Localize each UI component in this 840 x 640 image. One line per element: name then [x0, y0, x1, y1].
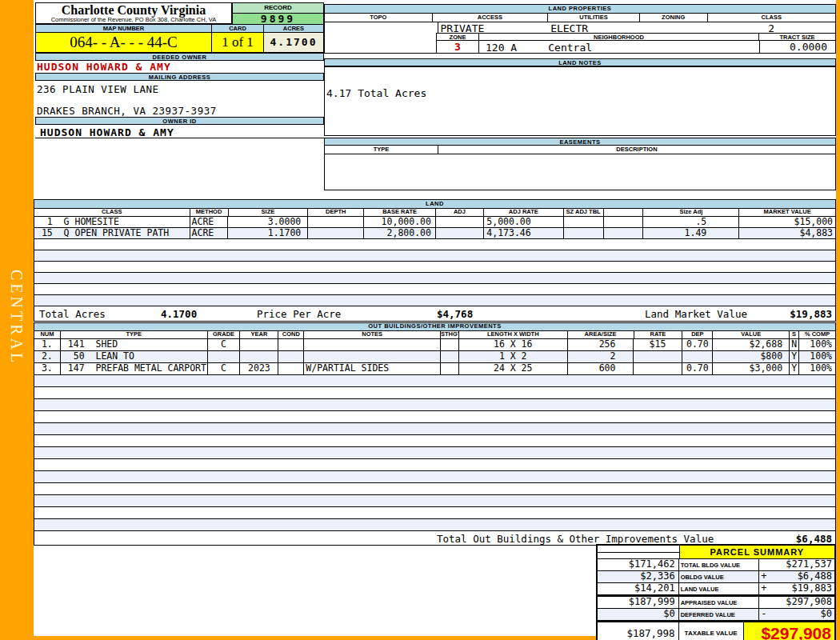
easements-box: [324, 154, 836, 190]
outbuildings-empty-row: [34, 483, 835, 495]
parcel-summary-header: PARCEL SUMMARY: [598, 546, 834, 559]
outbuildings-cell-area: 2: [568, 351, 634, 362]
outbuildings-empty-row: [34, 459, 835, 471]
land-header-size: SIZE: [229, 209, 309, 216]
price-per-acre-value: $4,768: [437, 308, 473, 320]
mailing-address-line2: DRAKES BRANCH, VA 23937-3937: [37, 105, 324, 116]
land-cell-depth: [308, 217, 364, 227]
district-label: CENTRAL: [7, 270, 26, 366]
land-cell-size_adj: .5: [643, 217, 739, 227]
outbuildings-total-value: $6,488: [796, 532, 832, 544]
outbuildings-row: 2. 50 LEAN TO1 X 22$800Y100%: [34, 351, 835, 363]
easements-headers: TYPE DESCRIPTION: [324, 146, 836, 154]
outbuildings-cell-area: 600: [568, 363, 634, 374]
land-cell-depth: [308, 228, 364, 238]
summary-operator: -: [761, 609, 766, 619]
outbuildings-cell-num: 1.: [34, 339, 61, 350]
outbuildings-empty-row: [34, 519, 835, 531]
zone-value: 3: [437, 41, 479, 54]
land-empty-row: [34, 239, 835, 250]
parcel-summary-rows: $171,462TOTAL BLDG VALUE$271,537$2,336OB…: [598, 559, 834, 621]
outbuildings-cell-sthgt: [441, 339, 459, 350]
zone-area: ZONE NEIGHBORHOOD TRACT SIZE 3 120 A Cen…: [325, 33, 835, 54]
outbuildings-header-num: NUM: [34, 331, 61, 338]
zoning-value: [640, 22, 708, 33]
land-cell-size: 1.1700: [228, 228, 308, 238]
access-header: ACCESS: [433, 14, 549, 22]
summary-current-value: $6,488+: [759, 571, 834, 582]
land-cell-sz_adj_tbl: [564, 228, 604, 238]
zone-table: ZONE NEIGHBORHOOD TRACT SIZE 3 120 A Cen…: [437, 33, 835, 54]
outbuildings-header-s: S: [790, 331, 799, 338]
outbuildings-title: OUT BUILDINGS/OTHER IMPROVEMENTS: [34, 323, 835, 331]
outbuildings-cell-notes: [304, 339, 441, 350]
owner-id-value: HUDSON HOWARD & AMY: [35, 126, 324, 138]
land-header-adj_rate: ADJ RATE: [484, 209, 564, 216]
summary-row-land-value: $14,201LAND VALUE$19,883+: [598, 583, 834, 595]
neighborhood-label: NEIGHBORHOOD: [479, 33, 759, 41]
land-header-base_rate: BASE RATE: [364, 209, 436, 216]
land-empty-row: [34, 284, 835, 295]
record-box: RECORD 9899: [232, 2, 324, 24]
outbuildings-cell-type: 141 SHED: [61, 339, 208, 350]
land-cell-size_adj: 1.49: [643, 228, 739, 238]
outbuildings-header-dep: DEP: [682, 331, 713, 338]
land-market-value-label: Land Market Value: [645, 308, 747, 320]
land-properties-headers: TOPO ACCESS UTILITIES ZONING CLASS: [325, 14, 835, 22]
neighborhood-value: 120 A Central: [479, 42, 759, 54]
land-properties-box: LAND PROPERTIES TOPO ACCESS UTILITIES ZO…: [324, 4, 836, 54]
outbuildings-cell-grade: C: [208, 339, 241, 350]
outbuildings-cell-grade: C: [208, 363, 241, 374]
card-value: 1 of 1: [212, 33, 264, 53]
outbuildings-cell-comp: 100%: [799, 351, 835, 362]
land-cell-adj: [436, 228, 484, 238]
outbuildings-cell-lxw: 1 X 2: [459, 351, 568, 362]
summary-current-value: $297,908: [759, 597, 834, 608]
land-cell-adj_rate: 4,173.46: [484, 228, 564, 238]
outbuildings-cell-rate: $15: [634, 339, 682, 350]
land-notes-title: LAND NOTES: [324, 58, 836, 66]
outbuildings-empty-row: [34, 387, 835, 399]
outbuildings-cell-year: 2023: [240, 363, 278, 374]
land-cell-method: ACRE: [190, 217, 229, 227]
land-cell-class: 1 G HOMESITE: [34, 217, 190, 227]
outbuildings-cell-dep: 0.70: [682, 339, 713, 350]
outbuildings-cell-dep: [682, 351, 713, 362]
outbuildings-header-lxw: LENGTH X WIDTH: [459, 331, 568, 338]
tract-size-value: 0.0000: [759, 41, 835, 54]
land-cell-adj: [436, 217, 484, 227]
county-title-box: Charlotte County Virginia Commissioner o…: [35, 2, 232, 24]
outbuildings-section: OUT BUILDINGS/OTHER IMPROVEMENTS NUMTYPE…: [34, 322, 836, 546]
outbuildings-cell-dep: 0.70: [682, 363, 713, 374]
taxable-prior-value: $187,998: [598, 622, 679, 640]
utilities-value: ELECTR: [548, 22, 640, 33]
easement-type-label: TYPE: [325, 146, 438, 154]
outbuildings-cell-s: Y: [790, 351, 799, 362]
district-sidebar: CENTRAL: [0, 0, 34, 640]
outbuildings-cell-grade: [208, 351, 241, 362]
outbuildings-cell-lxw: 16 X 16: [459, 339, 568, 350]
record-value: 9899: [233, 14, 323, 25]
outbuildings-header-comp: % COMP: [799, 331, 835, 338]
outbuildings-total-row: Total Out Buildings & Other Improvements…: [34, 531, 835, 545]
summary-label: APPRAISED VALUE: [679, 597, 760, 608]
outbuildings-cell-cond: [278, 339, 304, 350]
summary-current-value: $271,537: [759, 559, 834, 570]
summary-operator: +: [761, 583, 766, 594]
outbuildings-empty-row: [34, 495, 835, 507]
land-header-method: METHOD: [190, 209, 229, 216]
summary-prior-value: $171,462: [598, 559, 679, 570]
total-acres-value: 4.1700: [161, 308, 197, 320]
outbuildings-cell-num: 2.: [34, 351, 61, 362]
land-empty-row: [34, 262, 835, 273]
land-empty-row: [34, 295, 835, 306]
outbuildings-empty-row: [34, 507, 835, 519]
outbuildings-header-cond: COND: [278, 331, 304, 338]
outbuildings-empty-row: [34, 399, 835, 411]
land-row: 1 G HOMESITEACRE3.000010,000.005,000.00.…: [34, 217, 835, 228]
summary-prior-header-cell: [598, 546, 679, 558]
outbuildings-cell-value: $2,688: [713, 339, 790, 350]
outbuildings-body: 1. 141 SHEDC16 X 16256$150.70$2,688N100%…: [34, 339, 835, 531]
outbuildings-cell-sthgt: [441, 351, 459, 362]
land-section: LAND CLASSMETHODSIZEDEPTHBASE RATEADJADJ…: [34, 199, 836, 322]
